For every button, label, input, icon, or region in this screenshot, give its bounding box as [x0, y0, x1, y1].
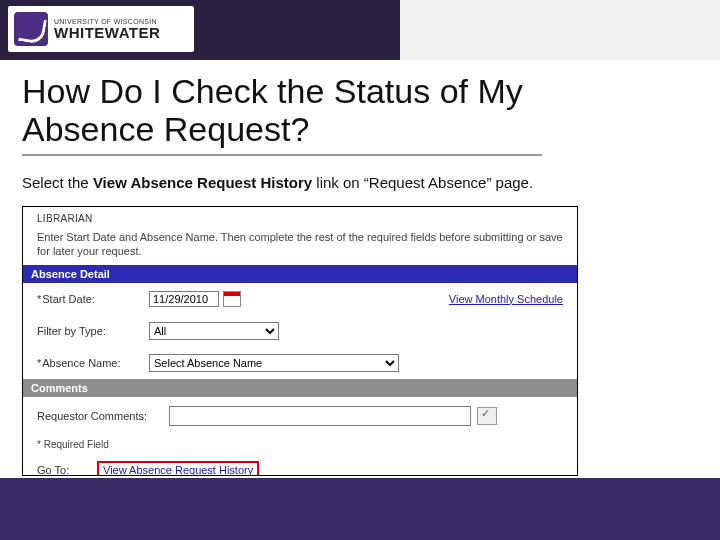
logo: UNIVERSITY OF WISCONSIN WHITEWATER: [8, 6, 194, 52]
row-filter-by-type: Filter by Type: All: [23, 315, 577, 347]
label-absence-name: Absence Name:: [37, 357, 149, 369]
filter-by-type-select[interactable]: All: [149, 322, 279, 340]
slide: UNIVERSITY OF WISCONSIN WHITEWATER How D…: [0, 0, 720, 540]
label-requestor-comments: Requestor Comments:: [37, 410, 169, 422]
label-start-date: Start Date:: [37, 293, 149, 305]
instruction-text: Select the View Absence Request History …: [22, 174, 533, 191]
page-title: How Do I Check the Status of My Absence …: [22, 72, 662, 148]
row-absence-name: Absence Name: Select Absence Name: [23, 347, 577, 379]
footer-bar: [0, 478, 720, 540]
row-go-to: Go To: View Absence Request History: [23, 454, 577, 476]
comments-header: Comments: [23, 379, 577, 397]
instruction-pre: Select the: [22, 174, 93, 191]
instruction-post: link on “Request Absence” page.: [312, 174, 533, 191]
label-go-to: Go To:: [37, 464, 97, 476]
instruction-bold: View Absence Request History: [93, 174, 312, 191]
logo-mark-icon: [14, 12, 48, 46]
requestor-comments-input[interactable]: [169, 406, 471, 426]
label-filter-by-type: Filter by Type:: [37, 325, 149, 337]
view-monthly-schedule-link[interactable]: View Monthly Schedule: [449, 293, 563, 305]
start-date-input[interactable]: [149, 291, 219, 307]
logo-text: UNIVERSITY OF WISCONSIN WHITEWATER: [54, 18, 160, 40]
absence-name-select[interactable]: Select Absence Name: [149, 354, 399, 372]
row-requestor-comments: Requestor Comments:: [23, 397, 577, 435]
calendar-icon[interactable]: [223, 291, 241, 307]
row-start-date: Start Date: View Monthly Schedule: [23, 283, 577, 315]
screenshot-panel: LIBRARIAN Enter Start Date and Absence N…: [22, 206, 578, 476]
spellcheck-icon[interactable]: [477, 407, 497, 425]
required-field-note: * Required Field: [23, 435, 577, 454]
logo-line2: WHITEWATER: [54, 25, 160, 40]
highlight-box: View Absence Request History: [97, 461, 259, 476]
role-label: LIBRARIAN: [23, 207, 577, 228]
view-history-link[interactable]: View Absence Request History: [103, 464, 253, 476]
intro-text: Enter Start Date and Absence Name. Then …: [23, 228, 577, 265]
title-underline: [22, 154, 542, 156]
absence-detail-header: Absence Detail: [23, 265, 577, 283]
